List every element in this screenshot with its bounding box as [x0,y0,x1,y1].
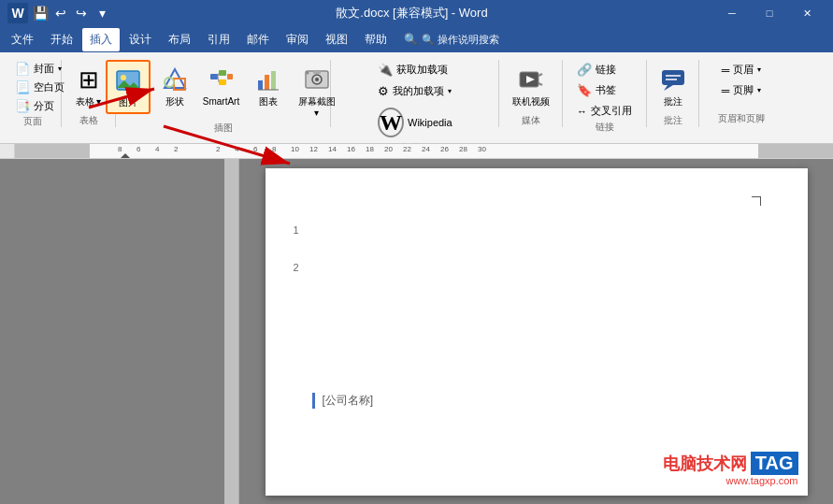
menu-insert[interactable]: 插入 [82,28,120,51]
close-button[interactable]: ✕ [788,0,826,26]
search-icon: 🔍 [404,33,418,46]
comment-icon [658,65,688,94]
search-label: 🔍 操作说明搜索 [422,33,499,47]
ribbon-group-header-footer: ═ 页眉 ▾ ═ 页脚 ▾ 页眉和页脚 [699,60,783,127]
menu-design[interactable]: 设计 [122,28,159,51]
online-video-icon [516,65,546,94]
window-controls: ─ □ ✕ [713,0,826,26]
main-area: 1 2 [公司名称] 电脑技术网 TAG [0,159,833,504]
comments-group-label: 批注 [654,114,691,129]
table-icon: ⊞ [74,65,104,94]
online-video-label: 联机视频 [512,96,550,108]
picture-label: 图片 [119,97,137,108]
illustrations-group-label: 插图 [123,122,323,137]
svg-point-20 [306,72,309,75]
smartart-label: SmartArt [203,96,239,108]
svg-rect-13 [265,75,269,90]
minimize-button[interactable]: ─ [713,0,751,26]
svg-rect-14 [271,71,276,90]
brand-name: 电脑技术网 [663,453,747,475]
svg-line-23 [539,74,542,76]
sidebar-panel [0,159,224,504]
document-title: 散文.docx [兼容模式] - Word [110,5,713,22]
ribbon-group-illustrations: 图片 形状 [116,60,331,127]
wikipedia-button[interactable]: W Wikipedia [373,103,438,142]
branding: 电脑技术网 TAG www.tagxp.com [663,452,798,486]
wikipedia-label: Wikipedia [408,117,452,128]
menu-review[interactable]: 审阅 [279,28,316,51]
maximize-button[interactable]: □ [751,0,788,26]
comment-button[interactable]: 批注 [651,60,696,114]
svg-rect-9 [227,74,233,79]
blank-page-button[interactable]: 📃 空白页 [11,79,68,96]
media-group-label: 媒体 [507,114,554,129]
cross-ref-icon: ↔ [577,106,587,117]
smartart-button[interactable]: SmartArt [199,60,244,114]
vertical-ruler [224,159,239,504]
wikipedia-icon: W [378,108,404,137]
doc-area[interactable]: 1 2 [公司名称] 电脑技术网 TAG [239,159,833,504]
svg-rect-8 [219,79,226,85]
svg-rect-6 [210,74,218,79]
my-addins-button[interactable]: ⚙ 我的加载项 ▾ [373,81,456,101]
blank-page-icon: 📃 [15,80,30,94]
svg-rect-19 [313,71,321,74]
svg-line-10 [218,73,219,77]
line-number-2: 2 [294,262,299,273]
menu-home[interactable]: 开始 [43,28,80,51]
brand-url: www.tagxp.com [725,475,797,486]
svg-rect-25 [662,70,684,85]
title-bar: W 💾 ↩ ↪ ▾ 散文.docx [兼容模式] - Word ─ □ ✕ [0,0,833,26]
footer-icon: ═ [722,84,730,97]
shapes-label: 形状 [165,96,184,108]
svg-point-1 [121,75,126,80]
svg-line-24 [539,83,542,85]
menu-references[interactable]: 引用 [200,28,237,51]
shapes-icon [160,65,190,94]
online-video-button[interactable]: 联机视频 [503,60,559,114]
menu-view[interactable]: 视图 [318,28,355,51]
menu-bar: 文件 开始 插入 设计 布局 引用 邮件 审阅 视图 帮助 🔍 🔍 操作说明搜索 [0,26,833,52]
screenshot-dropdown: ▾ [314,108,319,118]
search-box[interactable]: 🔍 🔍 操作说明搜索 [396,29,507,50]
chart-button[interactable]: 图表 [248,60,289,114]
get-addins-icon: 🔌 [378,63,393,77]
ribbon-group-comments: 批注 批注 [647,60,699,127]
header-icon: ═ [722,64,730,77]
chart-icon [253,65,283,94]
customize-quick-access[interactable]: ▾ [93,5,110,22]
redo-button[interactable]: ↪ [73,5,90,22]
svg-rect-12 [258,80,263,90]
ribbon-group-pages: 📄 封面 ▾ 📃 空白页 📑 分页 页面 [4,60,62,127]
cover-button[interactable]: 📄 封面 ▾ [11,60,65,78]
cover-icon: 📄 [15,62,30,76]
chart-label: 图表 [259,96,278,108]
svg-rect-7 [219,70,226,76]
picture-button[interactable]: 图片 [106,60,151,114]
footer-button[interactable]: ═ 页脚 ▾ [717,80,767,100]
get-addins-button[interactable]: 🔌 获取加载项 [373,60,452,79]
cross-ref-button[interactable]: ↔ 交叉引用 [572,101,637,121]
menu-mailings[interactable]: 邮件 [239,28,277,51]
svg-marker-26 [664,85,673,91]
menu-file[interactable]: 文件 [4,28,41,51]
header-footer-group-label: 页眉和页脚 [707,112,776,127]
picture-icon [113,65,143,95]
undo-button[interactable]: ↩ [52,5,69,22]
table-dropdown: ▾ [96,96,101,107]
menu-help[interactable]: 帮助 [357,28,395,51]
page-break-button[interactable]: 📑 分页 [11,97,58,115]
link-icon: 🔗 [577,63,592,77]
header-button[interactable]: ═ 页眉 ▾ [717,60,767,79]
shapes-button[interactable]: 形状 [154,60,195,114]
ribbon-group-addins: 🔌 获取加载项 ⚙ 我的加载项 ▾ W Wikipedia 加载项 [331,60,499,127]
tables-group-label: 表格 [69,114,108,129]
link-button[interactable]: 🔗 链接 [572,60,621,79]
menu-layout[interactable]: 布局 [161,28,198,51]
svg-line-11 [218,77,219,82]
bookmark-button[interactable]: 🔖 书签 [572,80,621,100]
save-button[interactable]: 💾 [32,5,49,22]
ruler-corner [0,144,15,158]
horizontal-ruler: 8 6 4 2 2 4 6 8 10 12 14 16 18 20 22 24 … [15,144,833,158]
company-placeholder: [公司名称] [323,393,374,409]
